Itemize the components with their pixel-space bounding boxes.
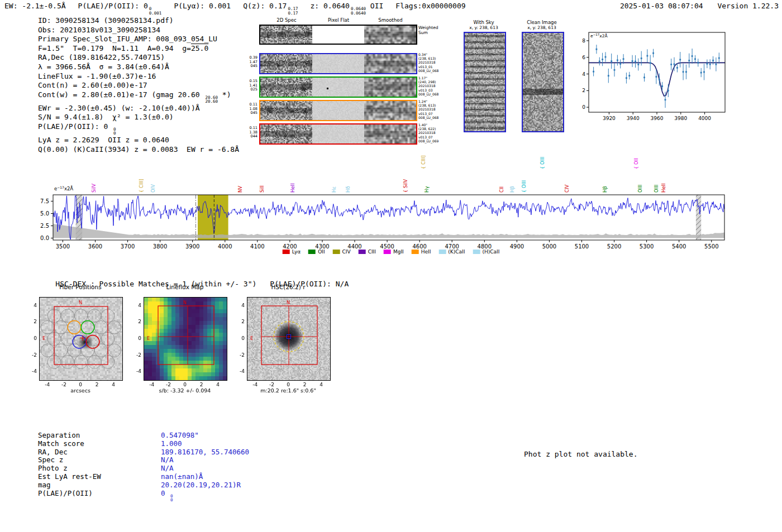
inset-x-tick: 3940 [627, 116, 640, 121]
data-point [643, 76, 645, 78]
x-tick-label: 5200 [607, 243, 621, 250]
match-table-row: RA, Dec189.816170, 55.740660 [38, 448, 249, 457]
match-table-value: N/A [161, 464, 174, 472]
x-tick-label: 3500 [56, 243, 70, 250]
cutout-y-tick: -4 [129, 368, 141, 374]
data-point [641, 57, 642, 59]
info-line: S/N = 9.4(±1.8) χ² = 1.3(±0.0) [38, 113, 239, 122]
clean-image-title: Clean Image [508, 20, 575, 25]
header-summary-line: EW: -2.1±-0.5ÅP(LAE)/P(OII): 000.001P(Ly… [4, 2, 478, 15]
spec2d-row-left-labels: 0.151.41025 [242, 79, 258, 92]
north-label: N [79, 300, 82, 305]
lineflux-map-overlay: NE [144, 298, 227, 380]
cutout-y-tick: 2 [25, 319, 37, 324]
fiber-x-axis-label: arcsecs [26, 387, 135, 394]
emission-line-label: SiIV [91, 184, 97, 193]
match-table-label: Separation [38, 432, 161, 440]
spec2d-row-right-labels: 1.24"(238, 613)20210318v013_07008_LU_068 [418, 99, 438, 119]
cutout-y-tick: 0 [129, 336, 141, 341]
legend-swatch [308, 250, 316, 254]
match-table-row: Spec zN/A [38, 456, 249, 464]
x-tick-label: 3900 [185, 243, 199, 250]
cutout-y-tick: 4 [25, 303, 37, 308]
cutout-y-tick: 0 [232, 336, 245, 341]
data-point [659, 79, 660, 80]
spec2d-row [259, 53, 417, 74]
fiber-positions-title: Fiber Positions [39, 284, 122, 290]
super-subscript: 20.6020.60 [205, 95, 218, 104]
legend-item: CIII [359, 249, 376, 255]
super-subscript: 00 [113, 127, 116, 136]
data-point [697, 62, 699, 64]
emission-line-label: HeII [661, 183, 666, 193]
cutout-x-tick: 2 [301, 382, 309, 387]
legend-item: CIV [333, 249, 351, 255]
spec2d-row-right-labels: 1.40"(238, 622)20210318v013_07008_LU_069 [418, 123, 438, 143]
data-point [647, 55, 649, 57]
photz-note: Phot z plot not available. [524, 450, 638, 458]
y-axis-label: e−17x2Å [54, 185, 73, 191]
east-label: E [250, 336, 253, 341]
match-table-label: Est LyA rest-EW [38, 473, 161, 481]
cutout-y-tick: -2 [129, 352, 141, 358]
legend-label: OII [318, 249, 325, 255]
x-tick-label: 5300 [640, 243, 654, 250]
x-tick-label: 3700 [121, 243, 135, 250]
legend-swatch [283, 250, 290, 254]
hsc-cutout-panel: NE [247, 297, 331, 381]
cutout-y-tick: -4 [232, 368, 245, 374]
legend-swatch [473, 250, 480, 254]
fiber-circle [54, 321, 68, 334]
data-point [679, 59, 681, 61]
match-table-row: P(LAE)/P(OII)0 00 [38, 490, 249, 502]
cutout-x-tick: 0 [284, 382, 293, 387]
match-table-value: 0.547098" [161, 431, 199, 439]
cutout-x-tick: -4 [43, 382, 52, 387]
x-tick-label: 4100 [250, 243, 264, 250]
y-tick-label: 2.5 [40, 223, 49, 229]
legend-item: HeII [412, 249, 431, 255]
cutout-x-tick: 2 [197, 382, 206, 387]
match-table-label: Match score [38, 440, 161, 448]
spec2d-smoothed-image [364, 101, 416, 120]
legend-item: OII [308, 249, 325, 255]
inset-x-tick: 3960 [651, 116, 664, 121]
spec2d-2d-image [260, 101, 312, 120]
fiber-circle [108, 321, 121, 334]
info-line: Cont(w) = 2.80(±0.01)e-17 (gmag 20.60 20… [38, 90, 239, 104]
fiber-circle [108, 344, 121, 357]
gaussian-fit-curve [589, 63, 725, 96]
cutout-y-tick: -2 [232, 352, 245, 358]
match-table-label: P(LAE)/P(OII) [38, 490, 161, 498]
legend-swatch [333, 250, 340, 254]
line-fit-inset-plot: 3920394039603980400002468e−17x2Å [581, 27, 754, 127]
cutout-x-tick: 4 [109, 382, 118, 387]
fiber-circle [88, 309, 101, 323]
y-tick-label: 5.0 [40, 210, 49, 217]
legend-label: (K)CaII [448, 249, 465, 255]
cutout-x-tick: -2 [164, 382, 173, 387]
clean-image [523, 33, 563, 131]
lineflux-map-title: Lineflux Map [144, 284, 226, 290]
info-line: P(LAE)/P(OII): 0 00 [38, 122, 239, 136]
fiber-circle [74, 356, 88, 369]
data-point [611, 60, 612, 62]
data-point [676, 67, 678, 69]
north-label: N [183, 300, 187, 305]
info-line: Cont(n) = 2.60(±0.00)e-17 [38, 81, 239, 90]
detection-info-block: ID: 3090258134 (3090258134.pdf)Obs: 2021… [38, 16, 239, 154]
legend-label: CIV [342, 249, 351, 255]
fiber-circle [41, 344, 54, 357]
y-tick-label: 7.5 [40, 198, 49, 204]
data-point [619, 63, 621, 65]
emission-line-label: Hδ [345, 186, 351, 193]
inset-y-axis-label: e−17x2Å [590, 33, 608, 39]
spec2d-row-right-labels: 0.34"(238, 613)20210318v013_01008_LU_068 [418, 52, 438, 73]
cutout-x-tick: 0 [180, 382, 189, 387]
data-point [694, 58, 696, 60]
detection-highlight-band [198, 195, 228, 240]
spec2d-pixelflat-image [312, 54, 364, 73]
data-point [674, 64, 675, 65]
legend-label: Lyα [292, 249, 301, 255]
data-point [661, 85, 663, 87]
